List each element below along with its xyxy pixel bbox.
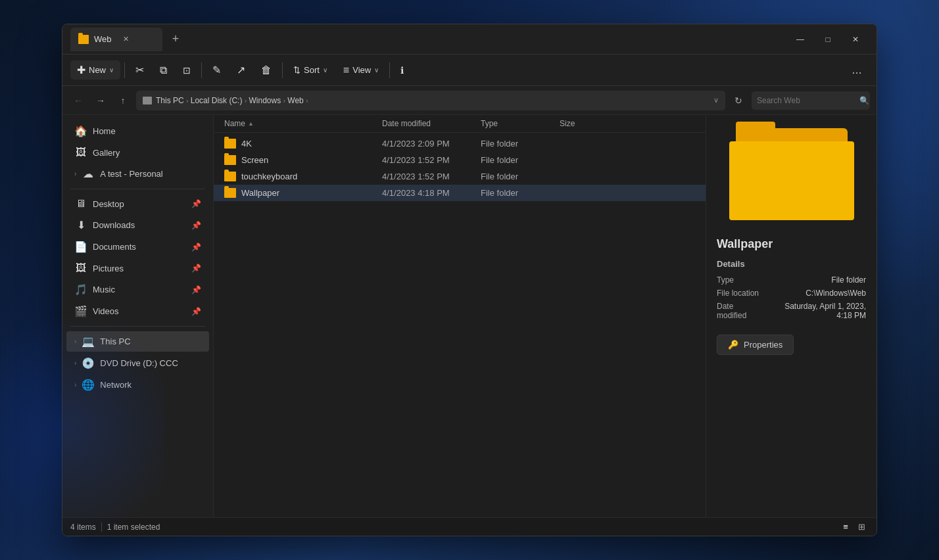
sidebar-item-documents[interactable]: 📄 Documents 📌: [66, 237, 209, 257]
file-list-header: Name ▲ Date modified Type Size: [214, 115, 706, 133]
address-bar[interactable]: This PC › Local Disk (C:) › Windows › We…: [136, 91, 725, 110]
file-name-cell: Wallpaper: [224, 188, 382, 198]
delete-button[interactable]: 🗑: [254, 61, 278, 80]
cut-button[interactable]: ✂: [129, 60, 151, 80]
sidebar-label-atest: A test - Personal: [100, 169, 162, 179]
main-area: 🏠 Home 🖼 Gallery › ☁ A test - Personal 🖥…: [62, 115, 877, 517]
back-button[interactable]: ←: [69, 91, 87, 110]
breadcrumb-disk[interactable]: Local Disk (C:): [191, 96, 243, 105]
date-key: Datemodified: [717, 302, 776, 320]
column-header-size[interactable]: Size: [560, 119, 612, 128]
up-button[interactable]: ↑: [114, 91, 132, 110]
rename-button[interactable]: ✎: [206, 60, 228, 80]
breadcrumb-thispc[interactable]: This PC: [156, 96, 184, 105]
forward-button[interactable]: →: [91, 91, 110, 110]
sidebar-divider-1: [70, 189, 205, 189]
column-header-name[interactable]: Name ▲: [224, 119, 382, 128]
pictures-pin-icon: 📌: [191, 264, 201, 273]
file-type-cell: File folder: [481, 139, 560, 149]
view-label: View: [352, 65, 371, 75]
sidebar-item-atest[interactable]: › ☁ A test - Personal: [66, 164, 209, 184]
search-box[interactable]: 🔍: [752, 91, 870, 110]
sidebar-label-network: Network: [100, 380, 132, 390]
breadcrumb-windows[interactable]: Windows: [249, 96, 281, 105]
sidebar-item-pictures[interactable]: 🖼 Pictures 📌: [66, 258, 209, 278]
sort-button[interactable]: ⇅ Sort ∨: [287, 62, 334, 78]
details-button[interactable]: ℹ: [394, 62, 410, 79]
breadcrumb-web[interactable]: Web: [287, 96, 303, 105]
file-name: Wallpaper: [241, 188, 279, 198]
home-icon: 🏠: [74, 125, 87, 137]
table-row[interactable]: Wallpaper 4/1/2023 4:18 PM File folder: [214, 185, 706, 201]
details-icon: ℹ: [400, 65, 404, 76]
tab-close-button[interactable]: ✕: [121, 34, 132, 45]
paste-button[interactable]: ⊡: [176, 62, 197, 79]
table-row[interactable]: 4K 4/1/2023 2:09 PM File folder: [214, 135, 706, 152]
sidebar-item-desktop[interactable]: 🖥 Desktop 📌: [66, 194, 209, 214]
column-header-type[interactable]: Type: [481, 119, 560, 128]
preview-type-row: Type File folder: [717, 275, 866, 285]
table-row[interactable]: touchkeyboard 4/1/2023 1:52 PM File fold…: [214, 168, 706, 185]
file-date-cell: 4/1/2023 1:52 PM: [382, 172, 481, 181]
more-button[interactable]: …: [845, 61, 869, 80]
close-button[interactable]: ✕: [842, 30, 869, 49]
file-type-cell: File folder: [481, 155, 560, 165]
file-area: Name ▲ Date modified Type Size: [214, 115, 706, 517]
gallery-icon: 🖼: [74, 147, 87, 158]
copy-button[interactable]: ⧉: [153, 61, 174, 80]
folder-icon: [224, 139, 236, 149]
new-chevron: ∨: [109, 66, 114, 74]
sidebar-label-pictures: Pictures: [93, 264, 124, 273]
addressbar-chevron-icon[interactable]: ∨: [713, 96, 719, 105]
preview-location-row: File location C:\Windows\Web: [717, 289, 866, 298]
refresh-button[interactable]: ↻: [729, 91, 748, 110]
sidebar-item-videos[interactable]: 🎬 Videos 📌: [66, 301, 209, 321]
folder-icon: [224, 155, 236, 165]
thispc-icon: 💻: [82, 335, 95, 348]
addressbar-row: ← → ↑ This PC › Local Disk (C:) › Window…: [62, 86, 877, 115]
minimize-button[interactable]: —: [787, 30, 813, 49]
toolbar: ✚ New ∨ ✂ ⧉ ⊡ ✎ ↗ 🗑 ⇅ Sort ∨ ≡: [62, 55, 877, 86]
sidebar-item-network[interactable]: › 🌐 Network: [66, 375, 209, 395]
sidebar-item-thispc[interactable]: › 💻 This PC: [66, 331, 209, 352]
properties-label: Properties: [744, 340, 782, 350]
sidebar-item-dvd[interactable]: › 💿 DVD Drive (D:) CCC: [66, 353, 209, 373]
new-button[interactable]: ✚ New ∨: [70, 60, 120, 80]
properties-icon: 🔑: [728, 340, 738, 350]
list-view-button[interactable]: ≡: [838, 521, 853, 534]
search-input[interactable]: [757, 96, 855, 105]
folder-icon: [224, 172, 236, 181]
add-tab-button[interactable]: +: [166, 30, 185, 49]
preview-panel: Wallpaper Details Type File folder File …: [706, 115, 877, 517]
properties-button[interactable]: 🔑 Properties: [717, 335, 794, 355]
preview-name: Wallpaper: [717, 237, 773, 251]
view-chevron: ∨: [374, 66, 379, 74]
selected-count: 1 item selected: [107, 523, 160, 532]
window-controls: — □ ✕: [787, 30, 869, 49]
search-icon: 🔍: [859, 96, 869, 105]
maximize-button[interactable]: □: [815, 30, 841, 49]
share-button[interactable]: ↗: [230, 60, 252, 80]
view-icon: ≡: [343, 64, 349, 76]
file-name-cell: touchkeyboard: [224, 172, 382, 181]
table-row[interactable]: Screen 4/1/2023 1:52 PM File folder: [214, 152, 706, 168]
sort-label: Sort: [304, 65, 320, 75]
sidebar-item-home[interactable]: 🏠 Home: [66, 121, 209, 141]
sidebar-item-downloads[interactable]: ⬇ Downloads 📌: [66, 215, 209, 235]
sidebar-label-music: Music: [93, 285, 115, 294]
grid-view-button[interactable]: ⊞: [854, 521, 869, 534]
view-button[interactable]: ≡ View ∨: [337, 61, 385, 80]
statusbar: 4 items 1 item selected ≡ ⊞: [62, 517, 877, 536]
dvd-chevron-icon: ›: [74, 360, 76, 367]
active-tab[interactable]: Web ✕: [70, 28, 162, 51]
file-type-cell: File folder: [481, 172, 560, 181]
sidebar-item-music[interactable]: 🎵 Music 📌: [66, 279, 209, 300]
sidebar-label-thispc: This PC: [100, 337, 130, 346]
sidebar-label-dvd: DVD Drive (D:) CCC: [100, 358, 178, 368]
sidebar-item-gallery[interactable]: 🖼 Gallery: [66, 143, 209, 162]
view-toggle: ≡ ⊞: [838, 521, 869, 534]
desktop-icon: 🖥: [74, 198, 87, 210]
column-type-label: Type: [481, 119, 498, 128]
column-header-date[interactable]: Date modified: [382, 119, 481, 128]
desktop-pin-icon: 📌: [191, 199, 201, 208]
